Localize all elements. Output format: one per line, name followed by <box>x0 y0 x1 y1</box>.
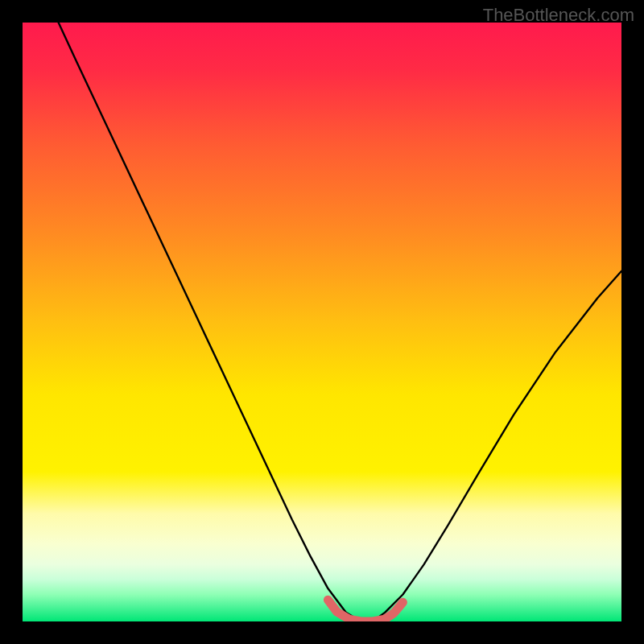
gradient-background <box>23 23 621 621</box>
plot-area <box>23 23 621 621</box>
chart-frame: TheBottleneck.com <box>0 0 644 644</box>
plot-svg <box>23 23 621 621</box>
